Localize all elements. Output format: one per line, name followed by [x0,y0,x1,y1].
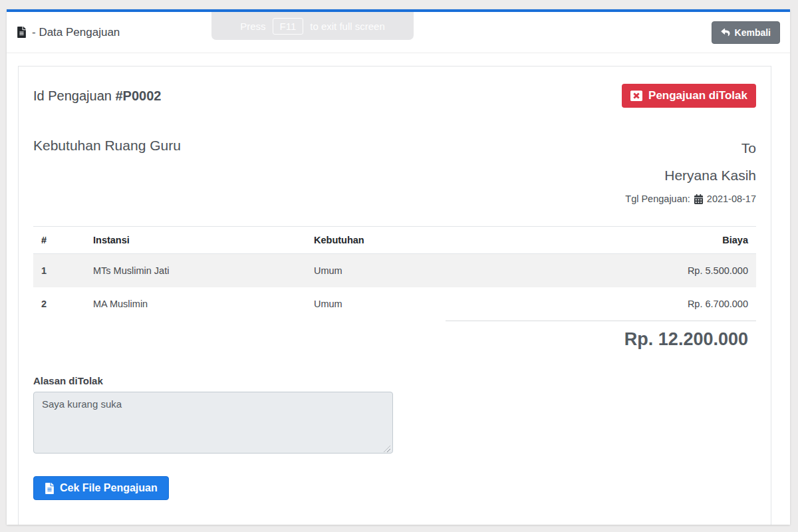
cell-biaya: Rp. 5.500.000 [557,254,756,288]
to-label: To [625,134,756,162]
reason-textarea[interactable]: Saya kurang suka [33,392,393,454]
toast-text-prefix: Press [240,21,265,32]
col-header-instansi: Instansi [85,227,306,254]
cek-file-button[interactable]: Cek File Pengajuan [33,476,169,500]
status-badge-label: Pengajuan diTolak [648,89,747,102]
invoice-header-row: Id Pengajuan #P0002 Pengajuan diTolak [33,84,756,108]
page-title: - Data Pengajuan [32,26,120,39]
page: - Data Pengajuan Kembali Id Pengajuan #P… [0,0,798,532]
cell-kebutuhan: Umum [306,254,557,288]
times-square-icon [630,90,642,102]
card-body: Id Pengajuan #P0002 Pengajuan diTolak Ke… [7,53,790,522]
page-title-group: - Data Pengajuan [17,26,120,39]
file-icon [45,483,55,494]
reply-arrow-icon [721,28,730,37]
table-header-row: # Instansi Kebutuhan Biaya [33,227,756,254]
submission-date: Tgl Pengajuan: 2021-08-17 [625,189,756,209]
invoice-id-label: Id Pengajuan [33,88,112,103]
document-icon [17,27,27,38]
fullscreen-toast: Press F11 to exit full screen [211,12,414,40]
cell-instansi: MTs Muslimin Jati [85,254,306,288]
toast-text-suffix: to exit full screen [310,21,385,32]
kembali-label: Kembali [735,27,771,38]
subject-title: Kebutuhan Ruang Guru [33,134,181,209]
recipient-name: Heryana Kasih [625,162,756,189]
date-value: 2021-08-17 [707,189,756,209]
invoice-card: Id Pengajuan #P0002 Pengajuan diTolak Ke… [18,66,771,525]
items-table: # Instansi Kebutuhan Biaya 1 MTs Muslimi… [33,226,756,321]
reason-label: Alasan diTolak [33,375,756,386]
cell-kebutuhan: Umum [306,287,557,321]
cell-no: 2 [33,287,85,321]
kembali-button[interactable]: Kembali [712,21,780,44]
table-row: 2 MA Muslimin Umum Rp. 6.700.000 [33,287,756,321]
data-pengajuan-card: - Data Pengajuan Kembali Id Pengajuan #P… [7,9,790,525]
col-header-no: # [33,227,85,254]
status-badge: Pengajuan diTolak [622,84,756,108]
cell-instansi: MA Muslimin [85,287,306,321]
invoice-id-value: #P0002 [115,88,161,103]
cek-file-label: Cek File Pengajuan [60,482,158,494]
invoice-meta-row: Kebutuhan Ruang Guru To Heryana Kasih Tg… [33,134,756,209]
invoice-id: Id Pengajuan #P0002 [33,88,161,104]
cell-no: 1 [33,254,85,288]
reason-textarea-wrap: Saya kurang suka [33,392,393,456]
f11-key: F11 [273,18,304,35]
table-row: 1 MTs Muslimin Jati Umum Rp. 5.500.000 [33,254,756,288]
cell-biaya: Rp. 6.700.000 [557,287,756,321]
calendar-icon [694,194,704,204]
col-header-kebutuhan: Kebutuhan [306,227,557,254]
recipient-block: To Heryana Kasih Tgl Pengajuan: 2021-08-… [625,134,756,209]
col-header-biaya: Biaya [557,227,756,254]
date-label: Tgl Pengajuan: [625,189,690,209]
total-amount: Rp. 12.200.000 [33,321,756,350]
